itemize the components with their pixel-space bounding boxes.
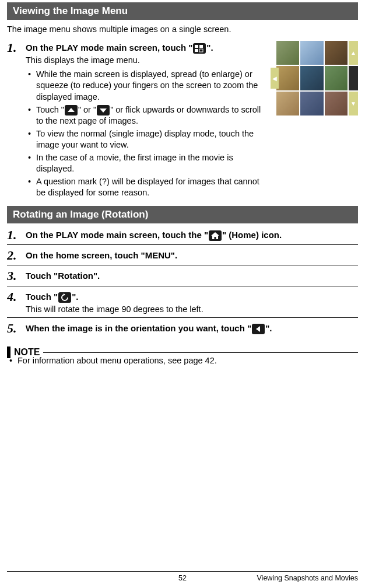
bullet-text: To view the normal (single image) displa… [36,128,267,151]
section-header-rotating: Rotating an Image (Rotation) [7,206,358,223]
footer-chapter: Viewing Snapshots and Movies [257,574,359,582]
scroll-left-indicator: ◀ [271,68,279,89]
step-1-rotation: 1. On the PLAY mode main screen, touch t… [7,228,358,245]
home-icon [209,230,222,241]
bullet-text: Touch "" or "" or flick upwards or downw… [36,104,267,127]
note-bullet: • For information about menu operations,… [7,355,358,367]
step-desc: This will rotate the image 90 degrees to… [26,304,358,316]
step-instruction: When the image is in the orientation you… [26,323,358,334]
bullet-item: • While the main screen is displayed, sp… [26,69,267,103]
section-header-viewing: Viewing the Image Menu [7,2,358,20]
step-desc: This displays the image menu. [26,55,267,66]
step-number: 3. [7,269,26,283]
svg-rect-0 [195,45,198,48]
text: On the PLAY mode main screen, touch the … [26,230,208,240]
bullet-marker: • [26,128,36,151]
text: Touch " [36,105,64,114]
scroll-down-indicator: ▼ [349,92,358,116]
text: " or " [78,105,96,114]
image-menu-icon [193,43,206,54]
thumb-cell [325,92,348,116]
step-4-rotation: 4. Touch "". This will rotate the image … [7,290,358,318]
back-icon [252,324,265,334]
bullet-marker: • [7,355,17,367]
step-number: 2. [7,249,26,262]
thumb-cell [300,41,323,65]
image-menu-thumbnail-preview: ◀ ▲ ▼ [272,41,358,116]
thumb-cell [276,66,299,90]
step-instruction: Touch "Rotation". [26,270,358,282]
bullet-item: • In the case of a movie, the first imag… [26,152,267,175]
thumb-cell [276,92,299,116]
step-number: 1. [7,228,26,242]
thumb-cell [300,92,323,116]
step-1-viewing: ◀ ▲ ▼ 1. On the PLAY mode main screen [7,41,358,202]
step-instruction: On the PLAY mode main screen, touch the … [26,229,358,241]
text: On the PLAY mode main screen, touch " [26,43,192,52]
text: When the image is in the orientation you… [26,323,251,333]
thumb-cell [276,41,299,65]
bullet-marker: • [26,152,36,175]
step-instruction: On the home screen, touch "MENU". [26,250,358,261]
text: Touch " [26,292,58,302]
chevron-down-icon [97,105,110,116]
bullet-item: • Touch "" or "" or flick upwards or dow… [26,104,267,127]
scroll-up-indicator: ▲ [349,41,358,65]
scrollbar-track [349,66,358,90]
text: ". [72,292,78,302]
step-number: 1. [7,41,26,55]
thumb-cell [325,66,348,90]
text: ". [265,323,272,333]
bullet-text: A question mark (?) will be displayed fo… [36,176,267,199]
text: ". [206,43,213,52]
svg-rect-1 [199,45,203,48]
rotate-icon [58,292,71,303]
thumb-cell [325,41,348,65]
bullet-item: • To view the normal (single image) disp… [26,128,267,151]
thumb-cell [300,66,323,90]
bullet-item: • A question mark (?) will be displayed … [26,176,267,199]
svg-rect-2 [195,49,198,52]
intro-text: The image menu shows multiple images on … [7,24,358,34]
bullet-marker: • [26,69,36,103]
text: " (Home) icon. [222,230,282,240]
step-5-rotation: 5. When the image is in the orientation … [7,321,358,338]
svg-rect-3 [199,49,203,52]
bullet-marker: • [26,104,36,127]
note-text: For information about menu operations, s… [17,355,358,367]
bullet-text: In the case of a movie, the first image … [36,152,267,175]
step-number: 5. [7,321,26,335]
step-number: 4. [7,290,26,304]
bullet-marker: • [26,176,36,199]
chevron-up-icon [65,105,78,116]
step-2-rotation: 2. On the home screen, touch "MENU". [7,249,358,265]
note-block: NOTE • For information about menu operat… [7,346,358,367]
page-footer: 52 Viewing Snapshots and Movies [0,571,365,582]
step-3-rotation: 3. Touch "Rotation". [7,269,358,286]
bullet-text: While the main screen is displayed, spre… [36,69,267,103]
note-rule [43,352,358,353]
step-instruction: Touch "". [26,291,358,303]
step-instruction: On the PLAY mode main screen, touch "". [26,42,267,54]
